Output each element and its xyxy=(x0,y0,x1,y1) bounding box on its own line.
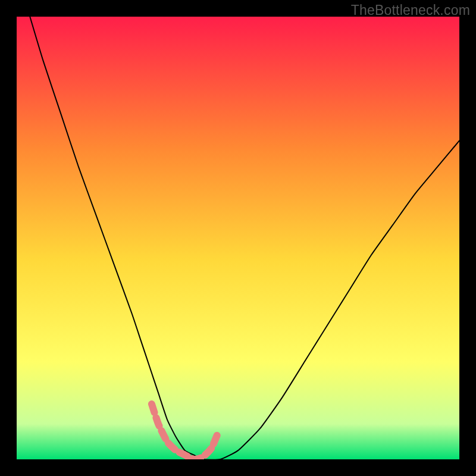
bottleneck-chart xyxy=(17,17,459,459)
gradient-bg xyxy=(17,17,459,459)
chart-frame: TheBottleneck.com xyxy=(0,0,476,476)
watermark-text: TheBottleneck.com xyxy=(351,2,470,18)
